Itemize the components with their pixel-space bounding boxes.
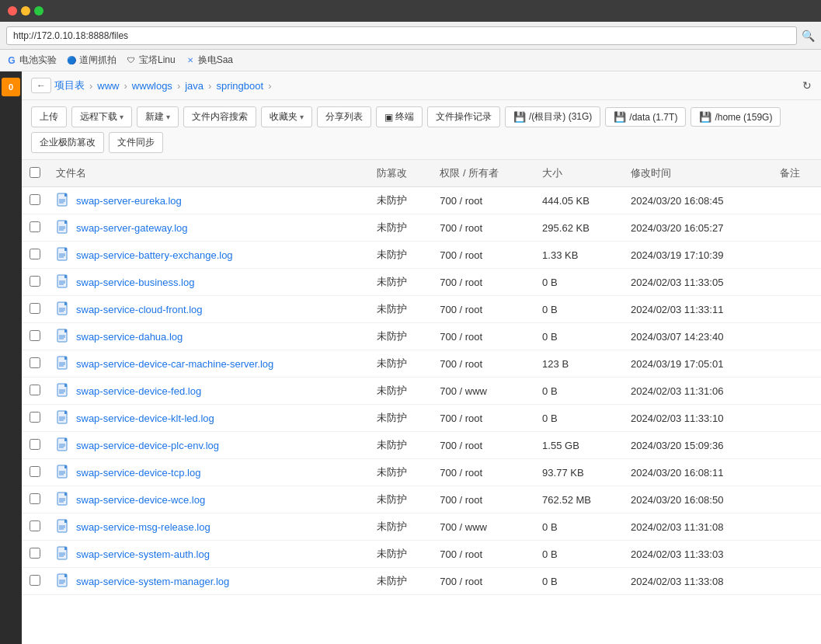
row-filename-text[interactable]: swap-service-device-plc-env.log (76, 440, 219, 451)
bookmark-swap-icon: ✕ (185, 55, 196, 66)
row-checkbox[interactable] (30, 439, 40, 450)
row-filename-cell: swap-service-system-auth.log (48, 541, 369, 568)
row-checkbox[interactable] (30, 276, 40, 287)
header-permission[interactable]: 权限 / 所有者 (432, 160, 534, 187)
table-row: swap-service-device-fed.log未防护700 / www0… (22, 378, 821, 405)
file-ops-log-button[interactable]: 文件操作记录 (427, 106, 500, 127)
row-filename-text[interactable]: swap-server-eureka.log (76, 195, 182, 207)
row-filename-text[interactable]: swap-service-device-fed.log (76, 385, 201, 397)
disk-home-label: /home (159G) (715, 112, 772, 123)
svg-rect-46 (64, 438, 67, 441)
row-checkbox[interactable] (30, 493, 40, 504)
row-filename-text[interactable]: swap-server-gateway.log (76, 222, 188, 234)
remote-download-button[interactable]: 远程下载 (71, 106, 132, 127)
breadcrumb-item-java[interactable]: java (185, 80, 204, 92)
breadcrumb-sep-1: › (89, 80, 92, 92)
breadcrumb-item-root[interactable]: 项目表 (54, 78, 85, 92)
row-filename-cell: swap-service-device-klt-led.log (48, 405, 369, 432)
bookmark-baota[interactable]: 🛡 宝塔Linu (126, 54, 176, 67)
terminal-button[interactable]: ▣ 终端 (376, 106, 423, 127)
share-list-button[interactable]: 分享列表 (317, 106, 371, 127)
row-checkbox[interactable] (30, 194, 40, 205)
row-protection: 未防护 (369, 323, 432, 350)
header-filename[interactable]: 文件名 (48, 160, 369, 187)
row-filename-text[interactable]: swap-service-device-klt-led.log (76, 413, 214, 424)
svg-rect-26 (64, 329, 67, 332)
row-filename-text[interactable]: swap-service-business.log (76, 277, 194, 288)
row-protection: 未防护 (369, 486, 432, 513)
row-checkbox-cell (22, 242, 48, 269)
browser-search-icon[interactable]: 🔍 (802, 30, 815, 42)
close-button[interactable] (8, 6, 17, 16)
row-checkbox[interactable] (30, 330, 40, 341)
row-checkbox-cell (22, 568, 48, 595)
row-checkbox[interactable] (30, 575, 40, 586)
disk-root-button[interactable]: 💾 /(根目录) (31G) (505, 106, 600, 127)
terminal-icon: ▣ (384, 112, 393, 123)
address-bar[interactable]: http://172.0.10.18:8888/files (6, 26, 797, 45)
breadcrumb-item-www[interactable]: www (97, 80, 119, 92)
row-checkbox[interactable] (30, 249, 40, 259)
breadcrumb-back-button[interactable]: ← (31, 78, 51, 93)
row-permission: 700 / www (432, 378, 534, 405)
row-checkbox[interactable] (30, 221, 40, 232)
breadcrumb-item-springboot[interactable]: springboot (216, 80, 263, 92)
sidebar: 0 (0, 71, 22, 644)
header-size[interactable]: 大小 (534, 160, 623, 187)
file-icon (56, 410, 71, 426)
row-date: 2024/02/03 11:33:08 (623, 568, 772, 595)
row-checkbox[interactable] (30, 385, 40, 395)
select-all-checkbox[interactable] (30, 167, 40, 178)
favorites-button[interactable]: 收藏夹 (261, 106, 312, 127)
file-content-search-button[interactable]: 文件内容搜索 (183, 106, 256, 127)
disk-root-label: /(根目录) (31G) (529, 110, 592, 124)
header-date[interactable]: 修改时间 (623, 160, 772, 187)
table-row: swap-service-dahua.log未防护700 / root0 B20… (22, 323, 821, 350)
minimize-button[interactable] (21, 6, 30, 16)
row-checkbox-cell (22, 296, 48, 323)
row-filename-text[interactable]: swap-service-system-auth.log (76, 548, 210, 560)
maximize-button[interactable] (34, 6, 43, 16)
row-size: 93.77 KB (534, 459, 623, 486)
svg-rect-11 (64, 248, 67, 251)
row-checkbox-cell (22, 432, 48, 459)
header-note[interactable]: 备注 (772, 160, 821, 187)
row-checkbox[interactable] (30, 548, 40, 559)
header-protection[interactable]: 防篡改 (369, 160, 432, 187)
file-sync-button[interactable]: 文件同步 (109, 132, 163, 153)
row-filename-text[interactable]: swap-service-dahua.log (76, 331, 183, 343)
bookmark-barrier[interactable]: 🔵 道闸抓拍 (66, 54, 117, 67)
table-row: swap-service-system-auth.log未防护700 / roo… (22, 541, 821, 568)
file-icon (56, 356, 71, 371)
row-checkbox[interactable] (30, 412, 40, 423)
bookmark-swap[interactable]: ✕ 换电Saa (185, 54, 233, 67)
row-filename-text[interactable]: swap-service-cloud-front.log (76, 304, 203, 315)
row-filename-text[interactable]: swap-service-device-tcp.log (76, 467, 200, 479)
row-date: 2024/02/03 11:33:11 (623, 296, 772, 323)
bookmark-battery[interactable]: G 电池实验 (6, 54, 57, 67)
breadcrumb-refresh-button[interactable]: ↻ (802, 79, 812, 92)
row-filename-text[interactable]: swap-service-system-manager.log (76, 576, 229, 587)
row-checkbox[interactable] (30, 466, 40, 477)
row-protection: 未防护 (369, 214, 432, 242)
row-note (772, 296, 821, 323)
upload-button[interactable]: 上传 (31, 106, 67, 127)
row-filename-text[interactable]: swap-service-msg-release.log (76, 521, 210, 533)
disk-home-button[interactable]: 💾 /home (159G) (691, 107, 781, 127)
row-protection: 未防护 (369, 432, 432, 459)
disk-data-button[interactable]: 💾 /data (1.7T) (605, 107, 686, 127)
row-checkbox[interactable] (30, 520, 40, 531)
row-filename-text[interactable]: swap-service-battery-exchange.log (76, 249, 233, 261)
row-filename-text[interactable]: swap-service-device-wce.log (76, 494, 205, 506)
file-icon (56, 274, 71, 290)
row-checkbox[interactable] (30, 303, 40, 314)
row-size: 0 B (534, 296, 623, 323)
row-filename-text[interactable]: swap-service-device-car-machine-server.l… (76, 358, 273, 370)
new-button[interactable]: 新建 (137, 106, 179, 127)
breadcrumb-sep-3: › (177, 80, 180, 92)
row-checkbox-cell (22, 187, 48, 214)
disk-root-icon: 💾 (513, 111, 526, 123)
breadcrumb-item-wwwlogs[interactable]: wwwlogs (132, 80, 172, 92)
row-checkbox[interactable] (30, 357, 40, 368)
enterprise-protection-button[interactable]: 企业极防篡改 (31, 132, 104, 153)
